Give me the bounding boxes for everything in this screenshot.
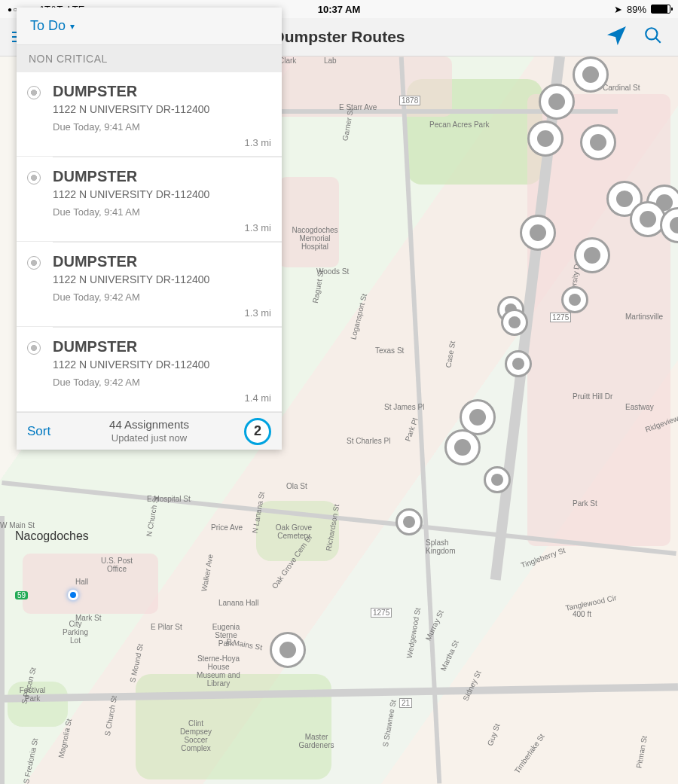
map-label: Park St	[573, 499, 597, 508]
map-label: St James Pl	[384, 403, 424, 411]
search-button[interactable]	[643, 26, 663, 48]
svg-line-1	[655, 38, 661, 43]
map-label: Sidney St	[461, 670, 482, 702]
assignment-title: DUMPSTER	[53, 83, 271, 100]
assignment-address: 1122 N UNIVERSITY DR-112400	[53, 103, 271, 115]
map-label: Master Gardeners	[294, 733, 339, 749]
map-label: Martinsville	[625, 313, 663, 321]
assignment-item[interactable]: DUMPSTER 1122 N UNIVERSITY DR-112400 Due…	[17, 72, 282, 157]
map-label: Ola St	[286, 482, 307, 490]
map-label: Lab	[324, 56, 337, 65]
map-label: 59	[15, 591, 28, 599]
map-label: Pitman St	[634, 735, 648, 769]
assignment-distance: 1.3 mi	[53, 222, 271, 233]
city-label: Nacogdoches	[15, 529, 89, 543]
map-pin[interactable]	[527, 120, 563, 157]
status-circle-icon[interactable]	[27, 341, 41, 355]
assignment-title: DUMPSTER	[53, 253, 271, 270]
map-label: Nacogdoches Memorial Hospital	[285, 226, 345, 251]
status-circle-icon[interactable]	[27, 86, 41, 99]
assignment-title: DUMPSTER	[53, 168, 271, 185]
map-label: Raguet St	[311, 270, 325, 304]
filter-dropdown[interactable]: To Do ▾	[17, 8, 282, 45]
map-pin[interactable]	[574, 237, 610, 273]
user-location-dot	[68, 590, 78, 600]
map-pin[interactable]	[501, 309, 528, 336]
map-label: City Parking Lot	[56, 620, 94, 645]
filter-label: To Do	[30, 18, 66, 34]
assignment-item[interactable]: DUMPSTER 1122 N UNIVERSITY DR-112400 Due…	[17, 157, 282, 242]
map-pin[interactable]	[505, 350, 532, 377]
step-badge: 2	[244, 418, 271, 445]
assignment-item[interactable]: DUMPSTER 1122 N UNIVERSITY DR-112400 Due…	[17, 243, 282, 327]
map-label: 1275	[550, 313, 571, 322]
locate-me-button[interactable]	[607, 26, 627, 48]
map-label: Wedgewood St	[405, 607, 423, 659]
assignment-due: Due Today, 9:42 AM	[53, 377, 271, 388]
map-pin[interactable]	[396, 508, 423, 535]
map-pin[interactable]	[561, 286, 588, 313]
map-label: Lanana Hall	[218, 599, 258, 607]
map-pin[interactable]	[573, 56, 609, 93]
map-label: Eastway	[625, 403, 654, 411]
map-label: E Hospital St	[147, 495, 191, 503]
map-label: Pruitt Hill Dr	[573, 392, 612, 401]
map-label: S Fredonia St	[22, 737, 39, 784]
map-label: Pecan Acres Park	[429, 120, 489, 129]
map-pin[interactable]	[539, 84, 575, 120]
map-label: W Main St	[0, 521, 35, 529]
page-title: Dumpster Routes	[273, 28, 405, 46]
map-pin[interactable]	[270, 632, 306, 668]
assignments-count: 44 Assignments	[109, 417, 189, 432]
assignment-address: 1122 N UNIVERSITY DR-112400	[53, 273, 271, 285]
assignment-title: DUMPSTER	[53, 338, 271, 355]
map-label: Murray St	[424, 609, 445, 642]
map-label: Sterne-Hoya House Museum and Library	[192, 654, 245, 688]
assignment-due: Due Today, 9:41 AM	[53, 121, 271, 133]
map-pin[interactable]	[484, 466, 511, 493]
map-label: E Pilar St	[151, 623, 182, 631]
status-circle-icon[interactable]	[27, 256, 41, 270]
clock: 10:37 AM	[318, 4, 361, 15]
map-label: Clint Dempsey Soccer Complex	[173, 719, 218, 752]
svg-point-0	[646, 28, 657, 39]
map-label: Logansport St	[349, 293, 368, 340]
map-label: 1275	[371, 608, 392, 618]
sort-button[interactable]: Sort	[27, 424, 50, 439]
map-label: 21	[399, 698, 412, 708]
map-label: St Charles Pl	[347, 437, 390, 445]
assignment-distance: 1.4 mi	[53, 392, 271, 404]
map-label: Price Ave	[211, 523, 243, 532]
status-circle-icon[interactable]	[27, 171, 41, 185]
map-label: Cardinal St	[603, 84, 640, 92]
chevron-down-icon: ▾	[70, 21, 75, 32]
map-label: E Starr Ave	[339, 103, 377, 111]
map-label: 400 ft	[573, 610, 591, 618]
battery-pct: 89%	[627, 4, 646, 15]
section-header: NON CRITICAL	[17, 45, 282, 72]
location-arrow-icon: ➤	[614, 4, 622, 15]
map-label: S Church St	[103, 695, 118, 737]
map-pin[interactable]	[444, 429, 481, 465]
map-label: Walker Ave	[200, 554, 215, 592]
map-label: Eugenia Sterne Park	[207, 623, 245, 648]
map-pin[interactable]	[520, 215, 556, 251]
assignment-due: Due Today, 9:41 AM	[53, 206, 271, 218]
map-label: Martha St	[439, 639, 460, 673]
assignment-item[interactable]: DUMPSTER 1122 N UNIVERSITY DR-112400 Due…	[17, 328, 282, 412]
map-label: Tingleberry St	[520, 546, 567, 569]
assignments-panel: To Do ▾ NON CRITICAL DUMPSTER 1122 N UNI…	[17, 8, 282, 450]
map-label: Festival Park	[14, 686, 51, 703]
map-label: Guy St	[486, 722, 502, 746]
battery-icon	[651, 5, 670, 14]
assignment-distance: 1.3 mi	[53, 137, 271, 148]
assignment-distance: 1.3 mi	[53, 307, 271, 319]
status-right: ➤ 89%	[614, 4, 670, 15]
map-label: S Shawnee St	[381, 699, 398, 747]
assignment-due: Due Today, 9:42 AM	[53, 291, 271, 303]
map-label: Park Pl	[403, 416, 419, 442]
map-label: Splash Kingdom	[426, 538, 471, 555]
footer-summary: 44 Assignments Updated just now	[109, 417, 189, 444]
assignment-address: 1122 N UNIVERSITY DR-112400	[53, 358, 271, 371]
map-pin[interactable]	[580, 124, 616, 160]
